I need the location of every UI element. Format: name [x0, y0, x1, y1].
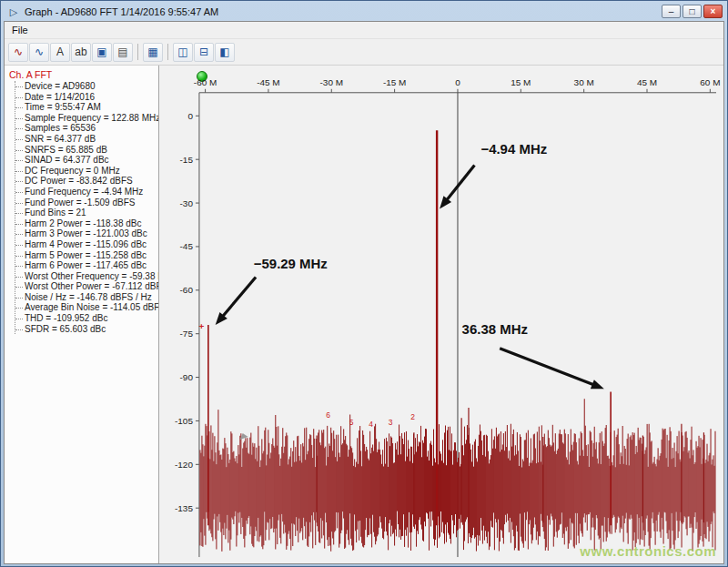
results-tree-panel[interactable]: Ch. A FFT Device = AD9680Date = 1/14/201…: [5, 66, 159, 563]
x-tick-label: 30 M: [574, 77, 594, 87]
tile-horizontal-icon[interactable]: ⊟: [194, 43, 214, 62]
menu-file[interactable]: File: [5, 23, 35, 37]
tree-item[interactable]: SNRFS = 65.885 dB: [15, 145, 158, 156]
tree-item[interactable]: Sample Frequency = 122.88 MHz: [15, 113, 158, 124]
maximize-button[interactable]: □: [682, 5, 702, 18]
print-icon[interactable]: ▤: [113, 43, 133, 62]
menubar: File: [5, 22, 723, 39]
window-title: Graph - AD9680 FFT 1/14/2016 9:55:47 AM: [25, 6, 657, 17]
close-button[interactable]: ×: [703, 5, 723, 18]
text-a-icon[interactable]: A: [50, 43, 70, 62]
tree-children: Device = AD9680Date = 1/14/2016Time = 9:…: [15, 81, 158, 334]
x-tick-label: 15 M: [511, 77, 531, 87]
y-tick-label: -75: [180, 329, 194, 339]
annotation-arrow-shaft: [500, 349, 594, 386]
y-tick-label: -30: [180, 198, 194, 208]
plus-marker: +: [199, 321, 205, 331]
tree-item[interactable]: Harm 3 Power = -121.003 dBc: [15, 228, 158, 239]
y-tick-label: -120: [175, 460, 193, 470]
tree-item[interactable]: SFDR = 65.603 dBc: [15, 324, 158, 335]
y-tick-label: -135: [175, 503, 193, 513]
tree-item[interactable]: THD = -109.952 dBc: [15, 313, 158, 324]
tree-item[interactable]: Worst Other Frequency = -59.38 MHz: [15, 271, 158, 282]
tree-item[interactable]: DC Frequency = 0 MHz: [15, 166, 158, 177]
annotation-label: −4.94 MHz: [480, 141, 547, 157]
x-tick-label: 60 M: [700, 77, 720, 87]
tile-vertical-icon[interactable]: ◫: [173, 43, 193, 62]
annotation-label: −59.29 MHz: [254, 256, 328, 271]
window-controls: – □ ×: [662, 5, 723, 18]
fft-graph-icon[interactable]: ∿: [8, 43, 28, 62]
annotation-arrow-shaft: [222, 277, 256, 317]
save-icon[interactable]: ▣: [92, 43, 112, 62]
y-tick-label: -45: [180, 241, 194, 251]
time-graph-icon[interactable]: ∿: [29, 43, 49, 62]
y-tick-label: -105: [175, 416, 193, 426]
y-tick-label: -90: [180, 372, 194, 382]
chart-panel: -60 M-45 M-30 M-15 M015 M30 M45 M60 M0-1…: [159, 66, 723, 563]
tree-item[interactable]: Harm 6 Power = -117.465 dBc: [15, 260, 158, 271]
fft-chart[interactable]: -60 M-45 M-30 M-15 M015 M30 M45 M60 M0-1…: [159, 66, 723, 563]
harmonic-marker: 2: [410, 412, 415, 421]
tree-item[interactable]: Average Bin Noise = -114.05 dBFS: [15, 302, 158, 313]
x-tick-label: 45 M: [637, 77, 657, 87]
app-window: ▷ Graph - AD9680 FFT 1/14/2016 9:55:47 A…: [0, 0, 728, 567]
minimize-button[interactable]: –: [662, 5, 681, 18]
tree-item[interactable]: Device = AD9680: [15, 81, 158, 92]
tree-root-ch-a-fft[interactable]: Ch. A FFT: [9, 69, 158, 81]
comment-icon[interactable]: ab: [71, 43, 91, 62]
y-tick-label: -60: [180, 285, 194, 295]
x-tick-label: -60 M: [194, 77, 217, 87]
app-icon: ▷: [7, 5, 20, 18]
titlebar[interactable]: ▷ Graph - AD9680 FFT 1/14/2016 9:55:47 A…: [4, 1, 724, 21]
watermark: www.cntronics.com: [580, 543, 716, 559]
annotation-arrow-shaft: [446, 166, 475, 201]
tree-item[interactable]: Noise / Hz = -146.78 dBFS / Hz: [15, 292, 158, 303]
tree-item[interactable]: Harm 4 Power = -115.096 dBc: [15, 239, 158, 250]
toolbar-separator: [167, 44, 168, 60]
main-area: Ch. A FFT Device = AD9680Date = 1/14/201…: [5, 66, 723, 563]
tree-item[interactable]: Date = 1/14/2016: [15, 92, 158, 103]
x-tick-label: -30 M: [320, 77, 343, 87]
harmonic-marker: 4: [369, 420, 373, 429]
tree-item[interactable]: Time = 9:55:47 AM: [15, 102, 158, 113]
annotation-arrow-head: [591, 380, 604, 389]
x-tick-label: -15 M: [383, 77, 406, 87]
harmonic-marker: 5: [349, 418, 354, 427]
tree-item[interactable]: SNR = 64.377 dB: [15, 134, 158, 145]
toolbar-separator: [137, 44, 138, 60]
tree-item[interactable]: Harm 5 Power = -115.258 dBc: [15, 250, 158, 261]
y-tick-label: -15: [180, 155, 194, 165]
cascade-windows-icon[interactable]: ◧: [215, 43, 235, 62]
grid-icon[interactable]: ▦: [143, 43, 163, 62]
tree-item[interactable]: Worst Other Power = -67.112 dBFS: [15, 281, 158, 292]
harmonic-marker: 3: [389, 418, 393, 427]
tree-item[interactable]: Harm 2 Power = -118.38 dBc: [15, 218, 158, 229]
client-area: File ∿∿Aab▣▤▦◫⊟◧ Ch. A FFT Device = AD96…: [4, 21, 724, 564]
tree-item[interactable]: Fund Bins = 21: [15, 208, 158, 218]
x-tick-label: -45 M: [257, 77, 279, 87]
tree-item[interactable]: SINAD = 64.377 dBc: [15, 155, 158, 166]
tree-item[interactable]: DC Power = -83.842 dBFS: [15, 176, 158, 187]
toolbar: ∿∿Aab▣▤▦◫⊟◧: [5, 39, 723, 66]
y-tick-label: 0: [187, 111, 193, 121]
tree-item[interactable]: Fund Frequency = -4.94 MHz: [15, 187, 158, 197]
tree-item[interactable]: Samples = 65536: [15, 123, 158, 134]
annotation-label: 36.38 MHz: [462, 321, 528, 337]
tree-item[interactable]: Fund Power = -1.509 dBFS: [15, 197, 158, 208]
x-tick-label: 0: [455, 77, 460, 87]
harmonic-marker: 6: [326, 410, 330, 420]
